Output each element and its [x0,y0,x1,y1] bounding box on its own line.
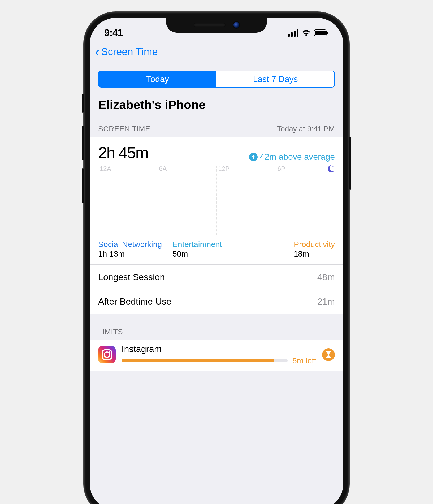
instagram-icon [98,346,116,363]
limits-section-header: LIMITS [90,314,343,340]
total-screen-time: 2h 45m [98,144,148,162]
section-timestamp: Today at 9:41 PM [277,125,335,133]
legend-productivity: Productivity 18m [294,240,335,258]
svg-rect-1 [315,31,326,35]
hourly-chart: 12A6A12P6P zz [98,166,335,235]
status-time: 9:41 [104,27,123,38]
up-arrow-icon [249,153,258,161]
grid-label: 12P [218,165,230,172]
stat-after-bedtime[interactable]: After Bedtime Use 21m [90,289,343,314]
back-chevron-icon[interactable]: ‹ [95,46,99,58]
svg-text:z: z [334,165,334,167]
grid-label: 12A [100,165,111,172]
period-segmented-control: Today Last 7 Days [98,71,335,88]
grid-label: 6A [159,165,167,172]
legend-entertainment: Entertainment 50m [172,240,222,258]
stats-card: Longest Session 48m After Bedtime Use 21… [90,264,343,314]
back-button[interactable]: Screen Time [101,46,158,58]
stat-longest-session[interactable]: Longest Session 48m [90,265,343,289]
limit-progress-bar [122,359,288,362]
average-comparison: 42m above average [249,152,335,162]
nav-bar: ‹ Screen Time [90,43,343,63]
limit-app-name: Instagram [122,344,316,354]
chart-legend: Social Networking 1h 13m Entertainment 5… [98,240,335,258]
svg-rect-2 [327,32,328,34]
device-name: Elizabeth's iPhone [90,95,343,122]
limit-row-instagram[interactable]: Instagram 5m left [90,340,343,371]
limit-remaining: 5m left [292,356,316,365]
screen-time-card: 2h 45m 42m above average 12A6A12P6P zz S… [90,137,343,264]
section-label: SCREEN TIME [98,125,150,133]
segment-today[interactable]: Today [99,71,216,87]
hourglass-icon [322,348,335,361]
grid-label: 6P [278,165,285,172]
cellular-icon [288,29,298,37]
screen-time-section-header: SCREEN TIME Today at 9:41 PM [90,122,343,137]
bedtime-moon-icon: zz [326,164,335,174]
segment-last-7-days[interactable]: Last 7 Days [216,71,334,87]
wifi-icon [302,29,311,36]
legend-social: Social Networking 1h 13m [98,240,162,258]
limits-card: Instagram 5m left [90,340,343,371]
battery-icon [314,29,329,36]
